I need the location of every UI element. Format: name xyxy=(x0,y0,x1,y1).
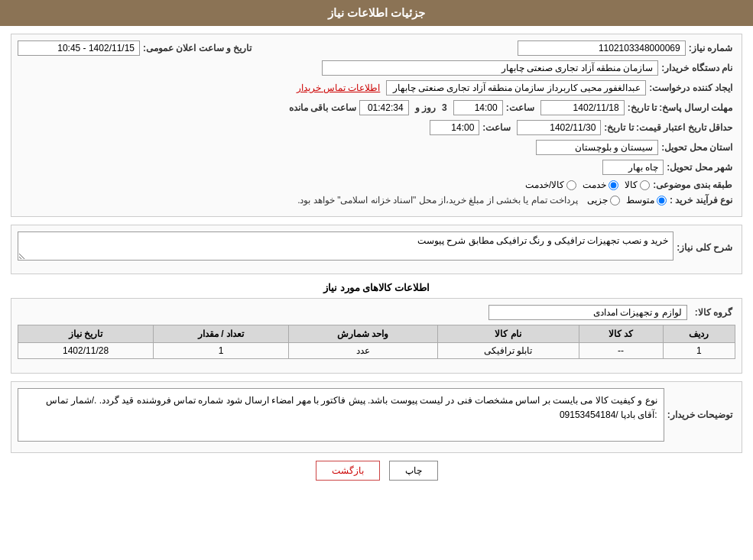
radio-kala-khadamat-label: کالا/خدمت xyxy=(525,180,564,190)
price-validity-date: 1402/11/30 xyxy=(517,120,601,135)
buyer-desc-value: نوع و کیفیت کالا می بایست بر اساس مشخصات… xyxy=(46,395,657,420)
buyer-org-value: سازمان منطقه آزاد تجاری صنعتی چابهار xyxy=(322,60,658,76)
province-label: استان محل تحویل: xyxy=(661,142,732,153)
group-value: لوازم و تجهیزات امدادی xyxy=(488,305,687,320)
buyer-desc-box: نوع و کیفیت کالا می بایست بر اساس مشخصات… xyxy=(18,388,664,442)
need-number-label: شماره نیاز: xyxy=(689,43,732,53)
col-quantity: تعداد / مقدار xyxy=(154,325,289,343)
category-label: طبقه بندی موضوعی: xyxy=(653,180,732,190)
radio-kala-khadamat[interactable] xyxy=(566,180,576,190)
remaining-label: ساعت باقی مانده xyxy=(289,102,356,113)
radio-kala-item: کالا xyxy=(625,180,650,190)
general-desc-textarea[interactable] xyxy=(18,231,673,261)
buyer-desc-label: توضیحات خریدار: xyxy=(667,409,732,420)
col-row: ردیف xyxy=(663,325,735,343)
purchase-type-radio-group: متوسط جزیی xyxy=(587,195,667,206)
goods-section-title: اطلاعات کالاهای مورد نیاز xyxy=(11,282,742,293)
radio-kala-khadamat-item: کالا/خدمت xyxy=(525,180,576,190)
cell-unit: عدد xyxy=(288,343,437,359)
table-header-row: ردیف کد کالا نام کالا واحد شمارش تعداد /… xyxy=(18,325,735,343)
page-title: جزئیات اطلاعات نیاز xyxy=(328,6,425,19)
goods-table-section: ردیف کد کالا نام کالا واحد شمارش تعداد /… xyxy=(18,325,735,359)
back-button[interactable]: بازگشت xyxy=(316,461,380,481)
radio-motawaset-item: متوسط xyxy=(626,195,667,206)
general-desc-section: شرح کلی نیاز: خرید و نصب تجهیزات ترافیکی… xyxy=(11,225,742,274)
province-value: سیستان و بلوچستان xyxy=(536,140,658,155)
general-desc-label: شرح کلی نیاز: xyxy=(677,242,732,253)
response-time-value: 14:00 xyxy=(453,100,503,115)
col-date: تاریخ نیاز xyxy=(18,325,154,343)
radio-jozei[interactable] xyxy=(610,196,620,206)
group-row: گروه کالا: لوازم و تجهیزات امدادی xyxy=(18,305,735,320)
response-time-label: ساعت: xyxy=(506,102,534,113)
response-days-value: 3 xyxy=(442,102,447,113)
purchase-type-row: نوع فرآیند خرید : متوسط جزیی پرداخت تمام… xyxy=(18,195,735,206)
response-deadline-label: مهلت ارسال پاسخ: تا تاریخ: xyxy=(628,102,732,113)
province-row: استان محل تحویل: سیستان و بلوچستان xyxy=(18,140,735,155)
cell-name: تابلو ترافیکی xyxy=(437,343,579,359)
radio-jozei-label: جزیی xyxy=(587,195,608,206)
response-days-label: روز و xyxy=(415,102,436,113)
buyer-desc-section: توضیحات خریدار: نوع و کیفیت کالا می بایس… xyxy=(11,381,742,453)
announcement-value: 1402/11/15 - 10:45 xyxy=(18,40,140,56)
radio-motawaset[interactable] xyxy=(657,196,667,206)
radio-khadamat-item: خدمت xyxy=(583,180,618,190)
need-number-value: 1102103348000069 xyxy=(518,40,686,56)
announcement-label: تاریخ و ساعت اعلان عمومی: xyxy=(143,43,252,53)
page-header: جزئیات اطلاعات نیاز xyxy=(0,0,753,26)
cell-row: 1 xyxy=(663,343,735,359)
requester-row: ایجاد کننده درخواست: عبدالغفور محیی کارب… xyxy=(18,80,735,95)
buyer-org-label: نام دستگاه خریدار: xyxy=(661,63,732,73)
city-row: شهر محل تحویل: چاه بهار xyxy=(18,160,735,175)
remaining-time-value: 01:42:34 xyxy=(359,100,409,115)
category-row: طبقه بندی موضوعی: کالا خدمت کالا/خدمت xyxy=(18,180,735,190)
radio-motawaset-label: متوسط xyxy=(626,195,654,206)
radio-khadamat[interactable] xyxy=(609,180,618,190)
radio-jozei-item: جزیی xyxy=(587,195,620,206)
price-validity-time-value: 14:00 xyxy=(430,120,479,135)
price-validity-label: حداقل تاریخ اعتبار قیمت: تا تاریخ: xyxy=(604,122,732,133)
purchase-type-label: نوع فرآیند خرید : xyxy=(670,195,732,206)
need-number-row: شماره نیاز: 1102103348000069 تاریخ و ساع… xyxy=(18,40,735,56)
buyer-org-row: نام دستگاه خریدار: سازمان منطقه آزاد تجا… xyxy=(18,60,735,76)
radio-kala-label: کالا xyxy=(625,180,638,190)
purchase-type-note: پرداخت تمام یا بخشی از مبلغ خرید،از محل … xyxy=(297,195,578,206)
requester-label: ایجاد کننده درخواست: xyxy=(649,83,732,93)
col-name: نام کالا xyxy=(437,325,579,343)
city-value: چاه بهار xyxy=(602,160,664,175)
category-radio-group: کالا خدمت کالا/خدمت xyxy=(525,180,650,190)
radio-kala[interactable] xyxy=(640,180,650,190)
col-unit: واحد شمارش xyxy=(288,325,437,343)
price-validity-row: حداقل تاریخ اعتبار قیمت: تا تاریخ: 1402/… xyxy=(18,120,735,135)
cell-quantity: 1 xyxy=(154,343,289,359)
col-code: کد کالا xyxy=(579,325,663,343)
print-button[interactable]: چاپ xyxy=(389,461,438,481)
contact-link[interactable]: اطلاعات تماس خریدار xyxy=(297,83,381,93)
requester-value: عبدالغفور محیی کاربرداز سازمان منطقه آزا… xyxy=(386,80,646,95)
general-desc-row: شرح کلی نیاز: xyxy=(18,231,735,263)
goods-table: ردیف کد کالا نام کالا واحد شمارش تعداد /… xyxy=(18,325,735,359)
buyer-desc-row: توضیحات خریدار: نوع و کیفیت کالا می بایس… xyxy=(18,388,735,442)
radio-khadamat-label: خدمت xyxy=(583,180,606,190)
group-label: گروه کالا: xyxy=(695,307,732,318)
cell-code: -- xyxy=(579,343,663,359)
action-buttons: چاپ بازگشت xyxy=(11,461,742,481)
goods-section: گروه کالا: لوازم و تجهیزات امدادی ردیف ک… xyxy=(11,298,742,374)
table-row: 1 -- تابلو ترافیکی عدد 1 1402/11/28 xyxy=(18,343,735,359)
price-validity-time-label: ساعت: xyxy=(482,122,511,133)
cell-date: 1402/11/28 xyxy=(18,343,154,359)
city-label: شهر محل تحویل: xyxy=(667,162,732,173)
response-date-value: 1402/11/18 xyxy=(540,100,625,115)
response-deadline-row: مهلت ارسال پاسخ: تا تاریخ: 1402/11/18 سا… xyxy=(18,100,735,115)
main-info-section: شماره نیاز: 1102103348000069 تاریخ و ساع… xyxy=(11,34,742,217)
